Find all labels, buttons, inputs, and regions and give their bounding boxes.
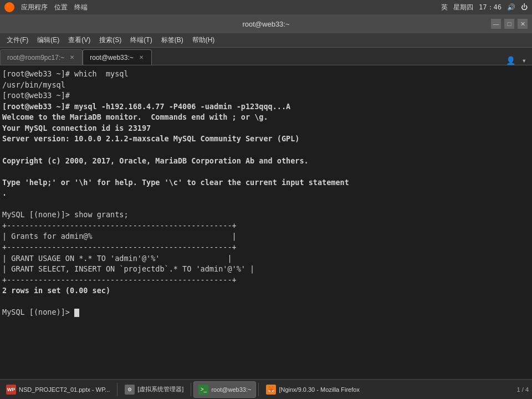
menu-view[interactable]: 查看(V) — [64, 34, 95, 46]
menu-help[interactable]: 帮助(H) — [188, 34, 219, 46]
apps-menu[interactable]: 应用程序 — [21, 3, 48, 12]
minimize-button[interactable]: — — [491, 19, 501, 29]
close-button[interactable]: ✕ — [518, 19, 528, 29]
new-tab-button[interactable]: 👤 — [504, 56, 518, 65]
taskbar-item-ff[interactable]: 🦊 [Nginx/9.0.30 - Mozilla Firefox — [261, 381, 365, 398]
terminal-line-5: Welcome to the MariaDB monitor. Commands… — [2, 112, 268, 121]
tab-web33[interactable]: root@web33:~ ✕ — [83, 49, 152, 65]
tab-room9pc17-label: root@room9pc17:~ — [7, 54, 64, 62]
terminal-line-17: +---------------------------------------… — [2, 243, 237, 252]
taskbar: WP NSD_PROJECT2_01.pptx - WP... ⚙ [虚拟系统管… — [0, 379, 532, 399]
taskbar-ff-icon: 🦊 — [266, 385, 276, 395]
taskbar-separator-1 — [117, 383, 117, 396]
terminal-line-11: Type 'help;' or '\h' for help. Type '\c'… — [2, 178, 349, 187]
taskbar-ppt-icon: WP — [6, 385, 16, 395]
terminal-line-20: +---------------------------------------… — [2, 275, 237, 284]
terminal-line-14: MySQL [(none)]> show grants; — [2, 210, 129, 219]
taskbar-term-icon: >_ — [198, 385, 208, 395]
terminal-line-16: | Grants for admin@% | — [2, 232, 237, 241]
system-bar-right: 英 星期四 17：46 🔊 ⏻ — [441, 3, 528, 12]
apps-icon — [4, 2, 14, 12]
terminal-line-19: | GRANT SELECT, INSERT ON `projectdb`.* … — [2, 264, 254, 273]
terminal-line-3: [root@web33 ~]# — [2, 91, 70, 100]
terminal-line-7: Server version: 10.0.0 2.1.2-maxscale My… — [2, 134, 299, 143]
terminal[interactable]: [root@web33 ~]# which mysql /usr/bin/mys… — [0, 65, 532, 379]
menu-file[interactable]: 文件(F) — [2, 34, 33, 46]
taskbar-ff-label: [Nginx/9.0.30 - Mozilla Firefox — [279, 386, 360, 393]
taskbar-term-label: root@web33:~ — [211, 386, 251, 393]
menu-edit[interactable]: 编辑(E) — [33, 34, 64, 46]
taskbar-separator-3 — [258, 383, 259, 396]
terminal-line-2: /usr/bin/mysql — [2, 80, 65, 89]
day-indicator: 星期四 — [453, 3, 473, 12]
window-chrome: root@web33:~ — □ ✕ — [0, 14, 532, 33]
taskbar-item-term[interactable]: >_ root@web33:~ — [193, 381, 256, 398]
tabs-bar: root@room9pc17:~ ✕ root@web33:~ ✕ 👤 ▾ — [0, 48, 532, 65]
page-indicator: 1 / 4 — [517, 386, 531, 393]
terminal-line-9: Copyright (c) 2000, 2017, Oracle, MariaD… — [2, 156, 309, 165]
places-menu[interactable]: 位置 — [54, 3, 68, 12]
terminal-line-18: | GRANT USAGE ON *.* TO 'admin'@'%' | — [2, 254, 232, 263]
window-title: root@web33:~ — [242, 20, 289, 28]
terminal-line-1: [root@web33 ~]# which mysql — [2, 69, 129, 78]
terminal-cursor — [74, 309, 79, 317]
terminal-line-12: . — [2, 188, 7, 197]
system-bar: 应用程序 位置 终端 英 星期四 17：46 🔊 ⏻ — [0, 0, 532, 14]
terminal-menu[interactable]: 终端 — [74, 3, 88, 12]
menu-search[interactable]: 搜索(S) — [95, 34, 126, 46]
menu-bar: 文件(F) 编辑(E) 查看(V) 搜索(S) 终端(T) 标签(B) 帮助(H… — [0, 33, 532, 48]
maximize-button[interactable]: □ — [504, 19, 514, 29]
tab-room9pc17[interactable]: root@room9pc17:~ ✕ — [0, 49, 83, 65]
terminal-line-4: [root@web33 ~]# mysql -h192.168.4.77 -P4… — [2, 102, 290, 111]
tab-web33-close[interactable]: ✕ — [138, 54, 145, 60]
window-controls: — □ ✕ — [491, 19, 528, 29]
taskbar-separator-2 — [191, 383, 191, 396]
terminal-line-6: Your MySQL connection id is 23197 — [2, 124, 151, 132]
tab-menu-button[interactable]: ▾ — [520, 56, 529, 65]
taskbar-sys-label: [虚拟系统管理器] — [137, 385, 183, 393]
taskbar-ppt-label: NSD_PROJECT2_01.pptx - WP... — [19, 386, 110, 393]
menu-tabs[interactable]: 标签(B) — [157, 34, 188, 46]
tab-web33-label: root@web33:~ — [90, 54, 134, 62]
terminal-prompt-line: MySQL [(none)]> — [2, 308, 74, 316]
tab-room9pc17-close[interactable]: ✕ — [69, 54, 75, 60]
volume-icon[interactable]: 🔊 — [507, 3, 515, 11]
terminal-line-21: 2 rows in set (0.00 sec) — [2, 286, 110, 295]
menu-terminal[interactable]: 终端(T) — [126, 34, 156, 46]
taskbar-item-ppt[interactable]: WP NSD_PROJECT2_01.pptx - WP... — [1, 381, 115, 398]
time-indicator: 17：46 — [479, 3, 502, 12]
taskbar-item-sys[interactable]: ⚙ [虚拟系统管理器] — [120, 381, 188, 398]
language-indicator: 英 — [441, 3, 448, 12]
tab-icons: 👤 ▾ — [504, 56, 532, 65]
power-icon[interactable]: ⏻ — [521, 3, 528, 11]
terminal-line-15: +---------------------------------------… — [2, 221, 237, 230]
taskbar-sys-icon: ⚙ — [125, 385, 135, 395]
system-bar-left: 应用程序 位置 终端 — [4, 2, 88, 12]
